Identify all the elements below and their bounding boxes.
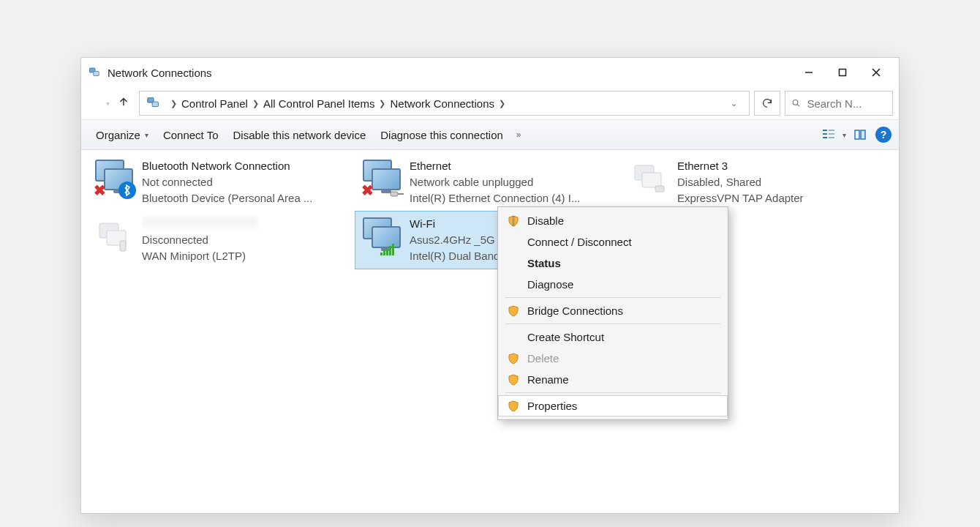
- help-button[interactable]: ?: [875, 127, 892, 143]
- svg-line-9: [797, 105, 799, 107]
- svg-rect-21: [655, 186, 664, 192]
- svg-rect-13: [829, 130, 834, 131]
- bluetooth-icon: [118, 182, 136, 199]
- redacted-text: [142, 216, 259, 228]
- connection-status: Disconnected: [142, 232, 259, 248]
- svg-rect-15: [829, 137, 834, 138]
- unavailable-icon: ✖: [361, 182, 374, 199]
- shield-icon: [507, 400, 520, 412]
- recent-locations-button[interactable]: ▾: [106, 100, 110, 108]
- connection-name: Ethernet: [410, 158, 580, 174]
- preview-pane-button[interactable]: [851, 125, 870, 144]
- breadcrumb-item[interactable]: Network Connections: [390, 97, 494, 110]
- view-options-button[interactable]: [819, 125, 838, 144]
- menu-label: Rename: [527, 373, 569, 386]
- connect-to-button[interactable]: Connect To: [156, 126, 226, 144]
- connection-item-ethernet3[interactable]: Ethernet 3 Disabled, Shared ExpressVPN T…: [622, 153, 886, 211]
- svg-rect-14: [829, 133, 834, 135]
- network-connections-window: Network Connections ▾ ❯ Control Panel ❯ …: [80, 57, 900, 514]
- app-icon: [88, 66, 102, 79]
- connection-item-l2tp[interactable]: Disconnected WAN Miniport (L2TP): [87, 211, 350, 269]
- menu-bridge[interactable]: Bridge Connections: [498, 300, 728, 321]
- connection-status: Network cable unplugged: [410, 174, 580, 190]
- titlebar: Network Connections: [81, 58, 899, 87]
- shield-icon: [507, 305, 520, 317]
- svg-rect-12: [823, 137, 827, 138]
- menu-status[interactable]: Status: [498, 253, 728, 274]
- diagnose-connection-button[interactable]: Diagnose this connection: [373, 126, 510, 144]
- svg-rect-17: [861, 130, 865, 139]
- connection-device: WAN Miniport (L2TP): [142, 248, 259, 264]
- svg-rect-10: [823, 130, 827, 131]
- search-icon: [791, 97, 801, 109]
- menu-label: Connect / Disconnect: [527, 236, 632, 248]
- menu-label: Create Shortcut: [527, 331, 604, 343]
- shield-icon: [507, 374, 520, 386]
- svg-point-8: [793, 100, 798, 105]
- chevron-right-icon: ❯: [379, 99, 385, 108]
- connection-device: Intel(R) Ethernet Connection (4) I...: [410, 190, 580, 206]
- content-area: ✖ Bluetooth Network Connection Not conne…: [81, 150, 899, 513]
- menu-create-shortcut[interactable]: Create Shortcut: [498, 326, 728, 348]
- connection-item-ethernet[interactable]: ✖ Ethernet Network cable unplugged Intel…: [355, 153, 618, 211]
- minimize-button[interactable]: [792, 61, 826, 84]
- menu-rename[interactable]: Rename: [498, 369, 728, 390]
- maximize-button[interactable]: [826, 61, 859, 84]
- menu-disable[interactable]: Disable: [498, 210, 728, 231]
- wifi-signal-icon: [380, 244, 394, 255]
- chevron-right-icon: ❯: [499, 99, 505, 108]
- connection-name: Bluetooth Network Connection: [142, 158, 312, 174]
- refresh-button[interactable]: [754, 91, 780, 116]
- menu-label: Disable: [527, 214, 564, 227]
- menu-properties[interactable]: Properties: [498, 395, 728, 416]
- svg-rect-1: [94, 72, 99, 76]
- shield-icon: [507, 353, 520, 365]
- menu-label: Bridge Connections: [527, 304, 623, 317]
- cable-icon: [389, 189, 405, 199]
- menu-label: Properties: [527, 400, 577, 412]
- organize-menu[interactable]: Organize: [88, 126, 156, 144]
- overflow-button[interactable]: »: [510, 130, 527, 140]
- svg-rect-11: [823, 133, 827, 135]
- svg-rect-3: [840, 70, 846, 76]
- connection-status: Disabled, Shared: [677, 174, 804, 190]
- menu-label: Status: [527, 257, 561, 269]
- menu-connect-disconnect[interactable]: Connect / Disconnect: [498, 231, 728, 253]
- close-button[interactable]: [859, 61, 893, 84]
- search-box[interactable]: [785, 91, 893, 116]
- up-button[interactable]: [117, 95, 130, 111]
- chevron-right-icon: ❯: [252, 99, 259, 108]
- connection-item-bluetooth[interactable]: ✖ Bluetooth Network Connection Not conne…: [87, 153, 350, 211]
- connection-status: Not connected: [142, 174, 312, 190]
- svg-rect-7: [152, 102, 158, 106]
- network-icon: ✖: [91, 158, 137, 199]
- menu-label: Delete: [527, 352, 559, 365]
- address-field[interactable]: ❯ Control Panel ❯ All Control Panel Item…: [139, 91, 750, 116]
- search-input[interactable]: [807, 97, 886, 110]
- window-title: Network Connections: [108, 67, 792, 79]
- view-dropdown-button[interactable]: ▾: [838, 131, 851, 139]
- shield-icon: [507, 215, 520, 227]
- network-icon: [91, 216, 137, 257]
- connection-name: [142, 216, 259, 232]
- svg-rect-16: [855, 130, 859, 139]
- svg-rect-18: [391, 192, 398, 196]
- location-icon: [146, 95, 162, 111]
- breadcrumb-item[interactable]: All Control Panel Items: [263, 97, 375, 110]
- address-dropdown-button[interactable]: ⌄: [731, 99, 737, 108]
- command-bar: Organize Connect To Disable this network…: [81, 119, 899, 150]
- connection-device: ExpressVPN TAP Adapter: [677, 190, 804, 206]
- network-icon: [626, 158, 673, 199]
- menu-diagnose[interactable]: Diagnose: [498, 274, 728, 295]
- breadcrumb-item[interactable]: Control Panel: [181, 97, 248, 110]
- network-icon: [358, 216, 405, 257]
- network-icon: ✖: [358, 158, 405, 199]
- context-menu: Disable Connect / Disconnect Status Diag…: [497, 206, 728, 420]
- connection-name: Ethernet 3: [677, 158, 804, 174]
- unavailable-icon: ✖: [94, 182, 106, 199]
- chevron-right-icon: ❯: [170, 99, 177, 108]
- disable-device-button[interactable]: Disable this network device: [225, 126, 373, 144]
- svg-rect-20: [642, 173, 661, 187]
- menu-label: Diagnose: [527, 278, 573, 291]
- svg-rect-24: [120, 241, 126, 251]
